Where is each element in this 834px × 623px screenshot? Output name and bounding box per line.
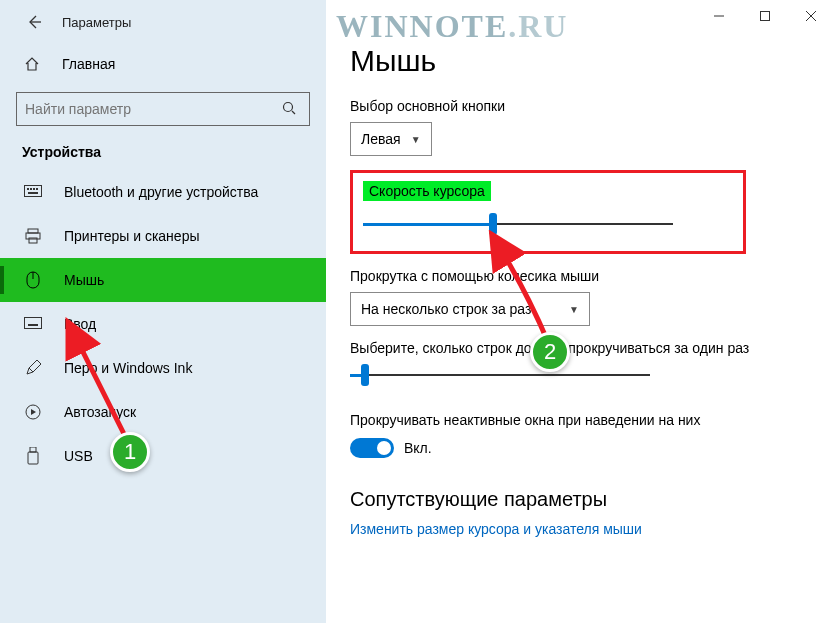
dropdown-value: Левая [361, 131, 401, 147]
svg-rect-1 [25, 186, 42, 197]
titlebar: Параметры [0, 0, 326, 44]
sidebar-item-autoplay[interactable]: Автозапуск [0, 390, 326, 434]
toggle-state: Вкл. [404, 440, 432, 456]
sidebar-item-printers[interactable]: Принтеры и сканеры [0, 214, 326, 258]
related-heading: Сопутствующие параметры [350, 488, 810, 511]
svg-rect-13 [28, 324, 38, 326]
svg-rect-5 [36, 188, 38, 190]
svg-rect-18 [761, 12, 770, 21]
sidebar-item-typing[interactable]: Ввод [0, 302, 326, 346]
minimize-button[interactable] [696, 0, 742, 32]
cursor-speed-slider[interactable] [363, 213, 673, 233]
svg-rect-7 [28, 229, 38, 233]
scroll-mode-label: Прокрутка с помощью колесика мыши [350, 268, 810, 284]
svg-rect-6 [28, 192, 38, 194]
maximize-button[interactable] [742, 0, 788, 32]
home-icon [22, 56, 42, 72]
primary-button-label: Выбор основной кнопки [350, 98, 810, 114]
cursor-speed-highlight: Скорость курсора [350, 170, 746, 254]
svg-rect-15 [30, 447, 36, 452]
lines-at-time-label: Выберите, сколько строк должно прокручив… [350, 340, 810, 356]
annotation-badge-1: 1 [110, 432, 150, 472]
lines-at-time-slider[interactable] [350, 364, 650, 384]
pen-icon [22, 360, 44, 376]
slider-thumb[interactable] [361, 364, 369, 386]
settings-window: Параметры Главная Устройства Bluetooth и… [0, 0, 834, 623]
slider-thumb[interactable] [489, 213, 497, 235]
nav-home-label: Главная [62, 56, 115, 72]
svg-rect-12 [25, 318, 42, 329]
annotation-badge-2: 2 [530, 332, 570, 372]
window-controls [696, 0, 834, 32]
scroll-inactive-toggle[interactable]: Вкл. [350, 438, 810, 458]
toggle-switch[interactable] [350, 438, 394, 458]
nav-home[interactable]: Главная [0, 44, 326, 84]
svg-rect-2 [27, 188, 29, 190]
close-button[interactable] [788, 0, 834, 32]
autoplay-icon [22, 404, 44, 420]
search-box[interactable] [16, 92, 310, 126]
chevron-down-icon: ▼ [569, 304, 579, 315]
dropdown-value: На несколько строк за раз [361, 301, 531, 317]
main-content: Мышь Выбор основной кнопки Левая ▼ Скоро… [326, 0, 834, 623]
related-link[interactable]: Изменить размер курсора и указателя мыши [350, 521, 810, 537]
sidebar-item-label: Принтеры и сканеры [64, 228, 199, 244]
typing-icon [22, 317, 44, 331]
usb-icon [22, 447, 44, 465]
sidebar-item-usb[interactable]: USB [0, 434, 326, 478]
sidebar-item-pen[interactable]: Перо и Windows Ink [0, 346, 326, 390]
scroll-inactive-label: Прокручивать неактивные окна при наведен… [350, 412, 810, 428]
scroll-mode-dropdown[interactable]: На несколько строк за раз ▼ [350, 292, 590, 326]
sidebar-item-label: Перо и Windows Ink [64, 360, 192, 376]
cursor-speed-label: Скорость курсора [363, 181, 491, 201]
sidebar-item-label: USB [64, 448, 93, 464]
sidebar-item-mouse[interactable]: Мышь [0, 258, 326, 302]
keyboard-icon [22, 185, 44, 199]
sidebar-item-label: Мышь [64, 272, 104, 288]
sidebar-item-label: Bluetooth и другие устройства [64, 184, 258, 200]
sidebar-item-bluetooth[interactable]: Bluetooth и другие устройства [0, 170, 326, 214]
page-title: Мышь [350, 44, 810, 78]
sidebar-section-header: Устройства [0, 126, 326, 170]
printer-icon [22, 228, 44, 244]
back-button[interactable] [16, 4, 52, 40]
svg-point-0 [284, 102, 293, 111]
sidebar-item-label: Ввод [64, 316, 96, 332]
search-input[interactable] [25, 101, 281, 117]
sidebar: Параметры Главная Устройства Bluetooth и… [0, 0, 326, 623]
svg-rect-16 [28, 452, 38, 464]
chevron-down-icon: ▼ [411, 134, 421, 145]
window-title: Параметры [62, 15, 131, 30]
slider-track [350, 374, 650, 376]
slider-fill [363, 223, 493, 226]
svg-rect-4 [33, 188, 35, 190]
svg-rect-3 [30, 188, 32, 190]
mouse-icon [22, 271, 44, 289]
search-icon [281, 100, 301, 119]
primary-button-dropdown[interactable]: Левая ▼ [350, 122, 432, 156]
sidebar-item-label: Автозапуск [64, 404, 136, 420]
